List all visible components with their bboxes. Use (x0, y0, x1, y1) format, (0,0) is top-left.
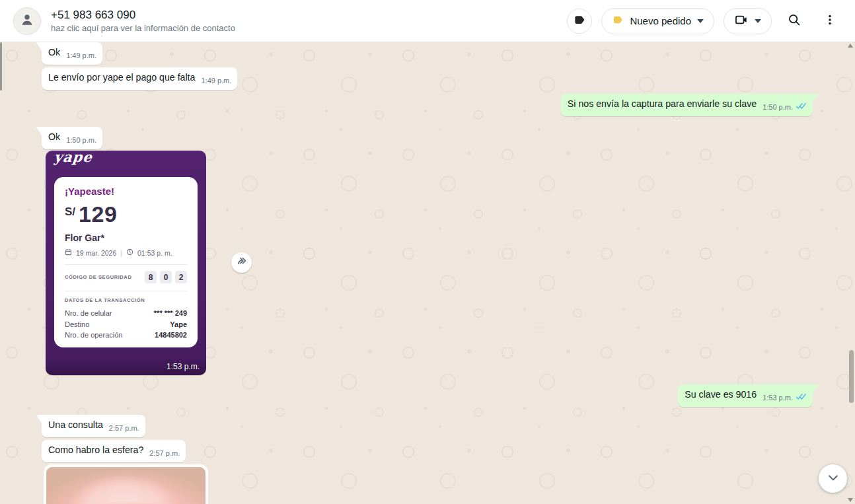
contact-info-button[interactable]: +51 983 663 090 haz clic aquí para ver l… (13, 7, 567, 35)
payee-name: Flor Gar* (65, 233, 187, 243)
message-text: Una consulta (48, 419, 103, 430)
message-bubble-incoming: Como habro la esfera?2:57 p.m. (42, 440, 186, 462)
chat-message-area: Ok1:49 p.m. Le envío por yape el pago qu… (0, 42, 855, 504)
header-actions: Nuevo pedido (567, 8, 843, 34)
security-code-digits: 8 0 2 (145, 271, 187, 283)
message-bubble-incoming: Le envío por yape el pago que falta1:49 … (42, 67, 237, 90)
read-receipt-icon (796, 100, 807, 113)
receipt-amount: S/ 129 (65, 203, 187, 225)
receipt-date: 19 mar. 2026 (76, 249, 116, 257)
row-value: *** *** 249 (154, 308, 187, 319)
transaction-section-label: DATOS DE LA TRANSACCIÓN (65, 297, 187, 303)
divider (65, 291, 187, 291)
video-camera-icon (734, 13, 749, 30)
message-time: 2:57 p.m. (109, 422, 139, 435)
message-text: Le envío por yape el pago que falta (48, 72, 195, 83)
label-tag-icon (573, 13, 586, 29)
search-icon (787, 13, 801, 30)
rose-photo[interactable] (46, 467, 205, 504)
avatar[interactable] (13, 7, 41, 35)
row-value: Yape (170, 319, 187, 330)
message-time: 1:53 p.m. (762, 392, 793, 404)
message-time: 1:50 p.m. (762, 101, 793, 114)
transaction-row: Destino Yape (65, 319, 187, 330)
label-button[interactable] (567, 9, 592, 34)
message-bubble-outgoing: Su clave es 90161:53 p.m. (678, 384, 813, 407)
chevron-down-icon (697, 19, 704, 23)
row-label: Nro. de celular (65, 308, 112, 319)
kebab-menu-icon (823, 13, 836, 29)
receipt-title: ¡Yapeaste! (65, 186, 187, 197)
order-tag-icon (612, 14, 624, 28)
clock-icon (126, 248, 133, 257)
message-bubble-outgoing: Si nos envía la captura para enviarle su… (561, 94, 813, 116)
search-button[interactable] (781, 8, 807, 34)
divider (65, 264, 187, 265)
forward-arrow-icon (235, 255, 248, 270)
row-label: Destino (65, 319, 89, 330)
message-time: 1:49 p.m. (201, 75, 231, 87)
meta-separator: | (120, 249, 122, 257)
message-text: Ok (48, 47, 60, 57)
scrollbar-thumb[interactable] (849, 350, 854, 403)
read-receipt-icon (796, 391, 807, 404)
new-order-button[interactable]: Nuevo pedido (601, 8, 714, 34)
security-digit: 2 (175, 271, 187, 283)
message-text: Su clave es 9016 (685, 389, 757, 400)
message-bubble-incoming: Ok1:50 p.m. (42, 127, 102, 149)
message-text: Como habro la esfera? (48, 445, 143, 455)
receipt-meta: 19 mar. 2026 | 01:53 p. m. (65, 248, 187, 257)
row-value: 14845802 (155, 330, 187, 341)
currency-symbol: S/ (65, 205, 75, 219)
scrollbar-up-arrow[interactable] (848, 44, 853, 48)
image-message-rose-photo[interactable] (44, 464, 208, 504)
security-code-row: CÓDIGO DE SEGURIDAD 8 0 2 (65, 271, 187, 283)
message-text: Ok (48, 131, 60, 142)
forward-message-button[interactable] (231, 252, 252, 273)
transaction-row: Nro. de celular *** *** 249 (65, 308, 187, 319)
row-label: Nro. de operación (65, 330, 122, 341)
transaction-row: Nro. de operación 14845802 (65, 330, 187, 341)
yape-receipt-card: ¡Yapeaste! S/ 129 Flor Gar* 19 mar. 2026… (54, 177, 198, 347)
chevron-down-icon (827, 471, 840, 487)
message-time: 2:57 p.m. (149, 447, 180, 460)
scrollbar-down-arrow[interactable] (848, 498, 853, 502)
message-time: 1:49 p.m. (66, 50, 96, 62)
yape-logo: yape (54, 151, 93, 165)
chat-header: +51 983 663 090 haz clic aquí para ver l… (0, 0, 855, 42)
security-digit: 8 (145, 271, 157, 283)
contact-subtitle: haz clic aquí para ver la información de… (51, 22, 235, 34)
image-message-yape-receipt[interactable]: yape ¡Yapeaste! S/ 129 Flor Gar* 19 mar.… (46, 151, 206, 375)
contact-text[interactable]: +51 983 663 090 haz clic aquí para ver l… (51, 8, 235, 34)
new-order-label: Nuevo pedido (630, 15, 691, 26)
message-bubble-incoming: Una consulta2:57 p.m. (42, 415, 145, 437)
scroll-to-bottom-button[interactable] (819, 464, 847, 493)
default-person-icon (19, 11, 36, 31)
receipt-time: 01:53 p. m. (137, 249, 172, 257)
amount-value: 129 (79, 203, 117, 225)
menu-button[interactable] (817, 8, 843, 34)
contact-name: +51 983 663 090 (51, 8, 235, 22)
message-time: 1:53 p.m. (167, 362, 200, 371)
video-call-button[interactable] (724, 8, 772, 34)
message-time: 1:50 p.m. (66, 134, 96, 147)
transaction-rows: Nro. de celular *** *** 249 Destino Yape… (65, 308, 187, 341)
message-bubble-incoming: Ok1:49 p.m. (42, 42, 102, 65)
calendar-icon (65, 248, 72, 257)
security-digit: 0 (160, 271, 172, 283)
chevron-down-icon (755, 19, 761, 23)
message-text: Si nos envía la captura para enviarle su… (568, 98, 757, 109)
left-panel-scrollbar-thumb[interactable] (0, 42, 2, 90)
security-code-label: CÓDIGO DE SEGURIDAD (65, 274, 131, 280)
